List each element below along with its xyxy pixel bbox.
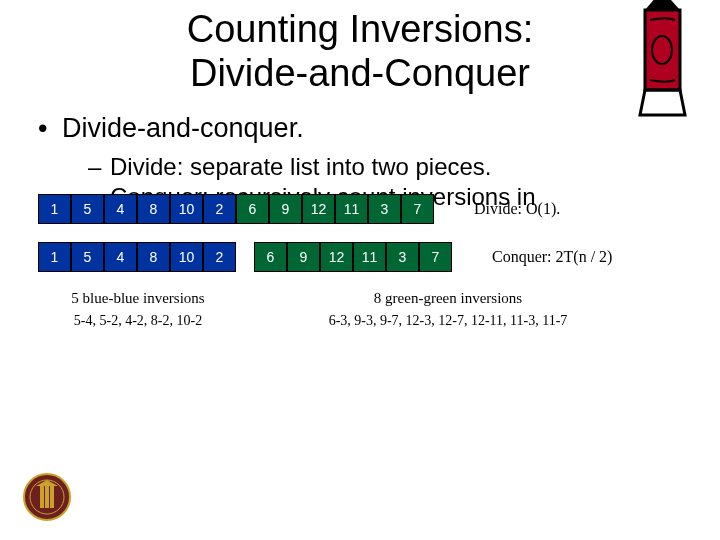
title-line-1: Counting Inversions: [187,8,533,50]
green-inversions: 8 green-green inversions 6-3, 9-3, 9-7, … [298,290,598,329]
array-cell: 6 [236,194,269,224]
university-seal-icon [22,472,72,522]
array-cell: 3 [386,242,419,272]
blue-inversions-title: 5 blue-blue inversions [71,290,204,307]
green-inversions-title: 8 green-green inversions [374,290,522,307]
array-cell: 3 [368,194,401,224]
array-row-split: 1 5 4 8 10 2 6 9 12 11 3 7 Conquer: 2T(n… [38,242,720,272]
array-cells-right: 6 9 12 11 3 7 [254,242,452,272]
array-cell: 9 [287,242,320,272]
array-cell: 2 [203,194,236,224]
array-row-full: 1 5 4 8 10 2 6 9 12 11 3 7 Divide: O(1). [38,194,720,224]
array-cell: 9 [269,194,302,224]
array-cell: 2 [203,242,236,272]
array-cell: 6 [254,242,287,272]
array-cell: 11 [335,194,368,224]
sub-bullet-divide-text: Divide: separate list into two pieces. [110,152,492,182]
array-cell: 12 [302,194,335,224]
array-cells-full: 1 5 4 8 10 2 6 9 12 11 3 7 [38,194,434,224]
array-cell: 7 [401,194,434,224]
array-cell: 4 [104,194,137,224]
dash-icon: – [88,152,102,182]
array-cell: 5 [71,242,104,272]
array-cell: 10 [170,242,203,272]
array-cell: 1 [38,194,71,224]
array-cell: 1 [38,242,71,272]
array-cell: 7 [419,242,452,272]
svg-rect-0 [645,10,680,90]
svg-rect-4 [40,486,44,508]
bullet-main: • Divide-and-conquer. [38,113,682,144]
blue-inversions: 5 blue-blue inversions 5-4, 5-2, 4-2, 8-… [38,290,238,329]
array-cell: 11 [353,242,386,272]
array-cell: 12 [320,242,353,272]
svg-rect-5 [45,486,49,508]
sub-bullet-divide: – Divide: separate list into two pieces. [88,152,682,182]
array-cell: 8 [137,242,170,272]
conquer-complexity-label: Conquer: 2T(n / 2) [492,248,612,266]
array-cell: 8 [137,194,170,224]
bullet-main-text: Divide-and-conquer. [62,113,304,144]
crayon-decoration [635,0,690,120]
array-cells-left: 1 5 4 8 10 2 [38,242,236,272]
divide-complexity-label: Divide: O(1). [474,200,560,218]
svg-rect-6 [50,486,54,508]
blue-inversions-list: 5-4, 5-2, 4-2, 8-2, 10-2 [74,313,202,329]
title-line-2: Divide-and-Conquer [190,52,530,94]
inversions-row: 5 blue-blue inversions 5-4, 5-2, 4-2, 8-… [0,290,720,329]
array-cell: 4 [104,242,137,272]
slide-title: Counting Inversions: Divide-and-Conquer [0,0,720,95]
bullet-dot-icon: • [38,113,52,144]
array-cell: 10 [170,194,203,224]
diagram-area: 1 5 4 8 10 2 6 9 12 11 3 7 Divide: O(1).… [0,194,720,272]
array-cell: 5 [71,194,104,224]
green-inversions-list: 6-3, 9-3, 9-7, 12-3, 12-7, 12-11, 11-3, … [329,313,568,329]
